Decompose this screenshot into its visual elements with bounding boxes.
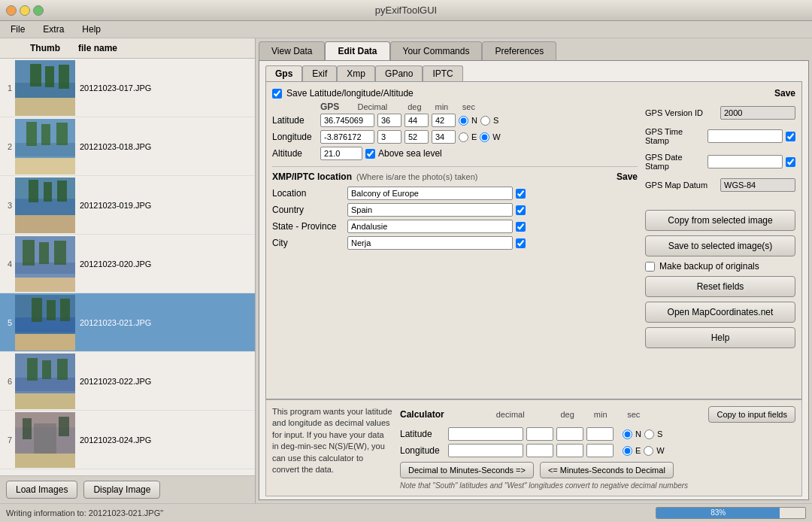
calc-lon-decimal[interactable] bbox=[448, 444, 523, 457]
calc-lon-w-radio[interactable] bbox=[644, 446, 653, 456]
left-panel: Thumb file name 1 20121023-017.JPG bbox=[0, 38, 256, 503]
sub-tab-exif[interactable]: Exif bbox=[302, 65, 337, 81]
backup-checkbox[interactable] bbox=[645, 262, 655, 272]
calc-lon-e-radio[interactable] bbox=[623, 446, 632, 456]
altitude-input[interactable] bbox=[320, 147, 362, 160]
calc-lon-sec[interactable] bbox=[586, 444, 614, 457]
state-input[interactable] bbox=[347, 220, 513, 233]
longitude-label: Longitude bbox=[272, 132, 317, 142]
dms-to-decimal-button[interactable]: <= Minutes-Seconds to Decimal bbox=[540, 462, 674, 478]
menu-file[interactable]: File bbox=[6, 23, 29, 36]
sub-tab-gpano[interactable]: GPano bbox=[375, 65, 423, 81]
country-save-checkbox[interactable] bbox=[516, 205, 526, 215]
table-row[interactable]: 4 20121023-020.JPG bbox=[0, 235, 255, 293]
lon-w-radio[interactable] bbox=[480, 132, 489, 142]
latitude-decimal-input[interactable] bbox=[320, 114, 374, 127]
longitude-deg-input[interactable] bbox=[377, 130, 401, 144]
svg-rect-22 bbox=[54, 241, 66, 265]
reset-button[interactable]: Reset fields bbox=[645, 276, 795, 297]
svg-rect-11 bbox=[15, 158, 75, 175]
table-row[interactable]: 7 20121023-024.JPG bbox=[0, 411, 255, 469]
main-layout: Thumb file name 1 20121023-017.JPG bbox=[0, 38, 812, 503]
close-button[interactable] bbox=[6, 5, 17, 16]
help-button[interactable]: Help bbox=[645, 327, 795, 348]
minimize-button[interactable] bbox=[20, 5, 30, 16]
menu-help[interactable]: Help bbox=[77, 23, 105, 36]
title-bar: pyExifToolGUI bbox=[0, 0, 812, 21]
sub-content: Save Latitude/longitude/Altitude GPS Dec… bbox=[265, 81, 802, 399]
svg-rect-28 bbox=[60, 299, 70, 321]
lon-e-radio[interactable] bbox=[459, 132, 468, 142]
decimal-to-dms-button[interactable]: Decimal to Minutes-Seconds => bbox=[400, 462, 534, 478]
table-row[interactable]: 3 20121023-019.JPG bbox=[0, 176, 255, 235]
filename: 20121023-024.JPG bbox=[75, 432, 255, 448]
city-input[interactable] bbox=[347, 236, 513, 250]
lat-s-radio[interactable] bbox=[480, 116, 490, 126]
window-controls[interactable] bbox=[6, 5, 44, 16]
gps-date-checkbox[interactable] bbox=[786, 157, 795, 167]
calc-lat-min[interactable] bbox=[556, 427, 583, 441]
latitude-deg-input[interactable] bbox=[377, 114, 401, 127]
copy-from-button[interactable]: Copy from selected image bbox=[645, 210, 795, 231]
tab-view-data[interactable]: View Data bbox=[259, 41, 325, 60]
country-row: Country bbox=[272, 203, 638, 217]
calc-lat-sec[interactable] bbox=[586, 427, 614, 441]
save-to-button[interactable]: Save to selected image(s) bbox=[645, 235, 795, 256]
longitude-min-input[interactable] bbox=[404, 130, 429, 144]
state-save-checkbox[interactable] bbox=[516, 222, 526, 232]
calc-lat-s-radio[interactable] bbox=[644, 429, 654, 439]
svg-rect-10 bbox=[56, 123, 68, 145]
longitude-sec-input[interactable] bbox=[432, 130, 456, 144]
longitude-decimal-input[interactable] bbox=[320, 130, 374, 144]
gps-time-checkbox[interactable] bbox=[786, 132, 795, 141]
sub-tab-gps[interactable]: Gps bbox=[265, 65, 302, 81]
gps-date-input[interactable] bbox=[707, 155, 783, 168]
save-lat-checkbox[interactable] bbox=[272, 89, 282, 99]
table-row[interactable]: 1 20121023-017.JPG bbox=[0, 59, 255, 117]
tab-preferences[interactable]: Preferences bbox=[482, 41, 556, 60]
lon-w-label: W bbox=[492, 132, 500, 141]
menu-extra[interactable]: Extra bbox=[38, 23, 68, 36]
calc-lat-n-radio[interactable] bbox=[623, 429, 632, 439]
table-row[interactable]: 5 20121023-021.JPG bbox=[0, 293, 255, 352]
calc-lon-deg[interactable] bbox=[526, 444, 553, 457]
svg-rect-40 bbox=[23, 418, 32, 439]
sub-tab-iptc[interactable]: IPTC bbox=[423, 65, 462, 81]
copy-to-fields-button[interactable]: Copy to input fields bbox=[708, 406, 795, 423]
calc-lat-deg[interactable] bbox=[526, 427, 553, 441]
calc-lon-label: Longitude bbox=[400, 445, 445, 456]
tab-your-commands[interactable]: Your Commands bbox=[390, 41, 483, 60]
calc-lon-w: W bbox=[656, 446, 664, 455]
main-tab-bar: View Data Edit Data Your Commands Prefer… bbox=[259, 41, 809, 60]
latitude-sec-input[interactable] bbox=[432, 114, 456, 127]
svg-rect-27 bbox=[47, 300, 56, 320]
calc-col-sec: sec bbox=[620, 410, 647, 419]
calc-lat-decimal[interactable] bbox=[448, 427, 523, 441]
latitude-min-input[interactable] bbox=[404, 114, 429, 127]
calc-lat-s: S bbox=[657, 429, 662, 439]
above-sea-checkbox[interactable] bbox=[365, 149, 375, 159]
maximize-button[interactable] bbox=[33, 5, 44, 16]
gps-time-input[interactable] bbox=[707, 129, 783, 143]
display-image-button[interactable]: Display Image bbox=[83, 481, 160, 499]
tab-edit-data[interactable]: Edit Data bbox=[325, 41, 389, 60]
altitude-row: Altitude Above sea level bbox=[272, 147, 638, 160]
lon-e-label: E bbox=[471, 132, 477, 141]
location-input[interactable] bbox=[347, 187, 513, 200]
load-images-button[interactable]: Load Images bbox=[6, 481, 77, 499]
table-row[interactable]: 6 20121023-022.JPG bbox=[0, 352, 255, 411]
sub-tab-xmp[interactable]: Xmp bbox=[337, 65, 375, 81]
lat-n-radio[interactable] bbox=[459, 116, 468, 126]
open-map-button[interactable]: Open MapCoordinates.net bbox=[645, 302, 795, 323]
svg-rect-2 bbox=[30, 64, 41, 86]
location-save-checkbox[interactable] bbox=[516, 189, 526, 199]
state-row: State - Province bbox=[272, 220, 638, 233]
thumbnail bbox=[15, 354, 75, 409]
calc-lon-min[interactable] bbox=[556, 444, 583, 457]
country-input[interactable] bbox=[347, 203, 513, 217]
col-decimal-header: Decimal bbox=[345, 102, 399, 111]
table-row[interactable]: 2 20121023-018.JPG bbox=[0, 117, 255, 176]
col-thumb-header: Thumb bbox=[15, 41, 75, 55]
city-save-checkbox[interactable] bbox=[516, 238, 526, 248]
menu-bar: File Extra Help bbox=[0, 21, 812, 38]
